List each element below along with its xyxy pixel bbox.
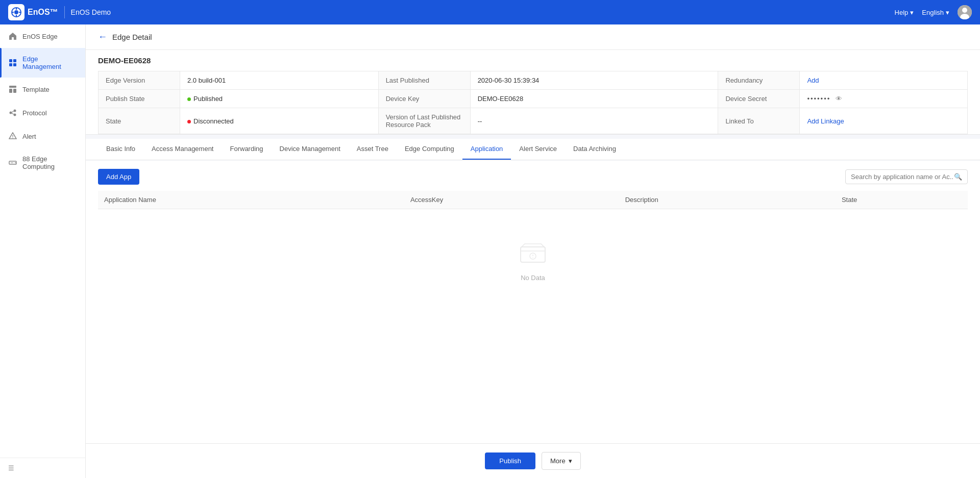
tab-application[interactable]: Application: [462, 139, 511, 160]
svg-rect-9: [9, 59, 12, 62]
sidebar-item-protocol[interactable]: Protocol: [0, 101, 85, 124]
svg-point-22: [12, 137, 13, 138]
edge-computing-icon: [8, 158, 17, 167]
bottom-bar: Publish More ▾: [86, 443, 980, 478]
svg-line-19: [12, 111, 14, 112]
tab-access-management[interactable]: Access Management: [143, 139, 222, 160]
nav-divider: [64, 6, 65, 18]
sidebar-item-alert[interactable]: Alert: [0, 124, 85, 148]
device-id: DEMO-EE0628: [98, 56, 968, 71]
top-nav-right: Help ▾ English ▾: [895, 5, 972, 19]
tab-forwarding[interactable]: Forwarding: [222, 139, 272, 160]
svg-rect-14: [9, 89, 12, 93]
svg-rect-15: [13, 89, 16, 93]
svg-point-16: [10, 112, 12, 114]
application-table: Application Name AccessKey Description S…: [98, 191, 968, 209]
lang-selector[interactable]: English ▾: [922, 9, 949, 16]
sidebar-item-template[interactable]: Template: [0, 78, 85, 101]
svg-point-7: [962, 8, 967, 13]
svg-point-24: [15, 162, 16, 163]
info-label: State: [99, 108, 180, 134]
device-info-section: DEMO-EE0628 Edge Version 2.0 build-001 L…: [86, 50, 980, 135]
more-label: More: [550, 457, 566, 465]
info-table: Edge Version 2.0 build-001 Last Publishe…: [98, 71, 968, 134]
sidebar-item-label: Protocol: [22, 109, 47, 117]
info-label: Publish State: [99, 90, 180, 108]
svg-point-1: [14, 10, 18, 14]
svg-rect-11: [9, 63, 12, 66]
info-label: Edge Version: [99, 71, 180, 90]
info-value: Disconnected: [180, 108, 379, 134]
active-indicator: [0, 48, 2, 78]
search-icon: 🔍: [954, 173, 962, 181]
svg-point-18: [14, 114, 16, 116]
tab-alert-service[interactable]: Alert Service: [511, 139, 565, 160]
logo[interactable]: EnOS™: [8, 4, 58, 20]
info-label: Last Published: [378, 71, 470, 90]
sidebar-item-label: 88 Edge Computing: [22, 155, 77, 170]
search-input[interactable]: [851, 173, 954, 181]
status-dot-disconnected: [187, 120, 191, 123]
sidebar-item-label: Edge Management: [22, 55, 77, 70]
more-button[interactable]: More ▾: [542, 452, 581, 470]
no-data-section: No Data: [98, 209, 968, 312]
col-description: Description: [619, 191, 836, 209]
svg-point-17: [14, 110, 16, 112]
info-value: Published: [180, 90, 379, 108]
info-value: 2.0 build-001: [180, 71, 379, 90]
tabs-section: Basic Info Access Management Forwarding …: [86, 139, 980, 160]
toolbar-row: Add App 🔍: [98, 169, 968, 185]
info-value: Add: [800, 71, 968, 90]
sidebar-item-label: Alert: [22, 133, 36, 140]
status-dot-published: [187, 97, 191, 101]
edge-management-icon: [8, 58, 17, 67]
svg-line-20: [12, 113, 14, 114]
body-wrap: EnOS Edge Edge Management Template Proto…: [0, 24, 980, 478]
info-value: 2020-06-30 15:39:34: [470, 71, 718, 90]
alert-icon: [8, 132, 17, 141]
template-icon: [8, 85, 17, 94]
no-data-text: No Data: [521, 274, 545, 282]
sidebar-item-label: Template: [22, 86, 50, 93]
logo-text: EnOS™: [28, 8, 58, 17]
tab-data-archiving[interactable]: Data Archiving: [565, 139, 624, 160]
sidebar-item-edge-computing[interactable]: 88 Edge Computing: [0, 148, 85, 178]
chevron-down-icon: ▾: [910, 9, 914, 16]
user-avatar[interactable]: [958, 5, 972, 19]
add-redundancy-link[interactable]: Add: [807, 77, 819, 84]
add-app-button[interactable]: Add App: [98, 169, 139, 185]
main-content: ← Edge Detail DEMO-EE0628 Edge Version 2…: [86, 24, 980, 478]
no-data-icon: [519, 240, 547, 269]
secret-value: •••••••: [807, 95, 830, 103]
page-header: ← Edge Detail: [86, 24, 980, 50]
sidebar-item-home[interactable]: EnOS Edge: [0, 24, 85, 48]
sidebar: EnOS Edge Edge Management Template Proto…: [0, 24, 86, 478]
tab-asset-tree[interactable]: Asset Tree: [349, 139, 397, 160]
info-label: Redundancy: [718, 71, 800, 90]
collapse-button[interactable]: ☰: [8, 464, 14, 472]
back-button[interactable]: ←: [98, 32, 107, 42]
app-name: EnOS Demo: [71, 8, 111, 16]
search-box: 🔍: [845, 169, 968, 184]
publish-button[interactable]: Publish: [485, 452, 535, 469]
tab-basic-info[interactable]: Basic Info: [98, 139, 143, 160]
sidebar-item-edge-management[interactable]: Edge Management: [0, 48, 85, 78]
eye-icon[interactable]: 👁: [836, 95, 842, 103]
tab-edge-computing[interactable]: Edge Computing: [397, 139, 462, 160]
col-app-name: Application Name: [98, 191, 404, 209]
svg-rect-10: [13, 59, 16, 62]
info-value: Add Linkage: [800, 108, 968, 134]
svg-point-29: [532, 257, 533, 258]
info-value: --: [470, 108, 718, 134]
top-nav-left: EnOS™ EnOS Demo: [8, 4, 111, 20]
chevron-down-icon: ▾: [946, 9, 949, 16]
col-state: State: [836, 191, 968, 209]
col-access-key: AccessKey: [404, 191, 619, 209]
info-value: DEMO-EE0628: [470, 90, 718, 108]
help-menu[interactable]: Help ▾: [895, 9, 914, 16]
add-linkage-link[interactable]: Add Linkage: [807, 117, 844, 125]
svg-rect-12: [13, 63, 16, 66]
top-nav: EnOS™ EnOS Demo Help ▾ English ▾: [0, 0, 980, 24]
tab-device-management[interactable]: Device Management: [272, 139, 349, 160]
logo-icon: [8, 4, 24, 20]
